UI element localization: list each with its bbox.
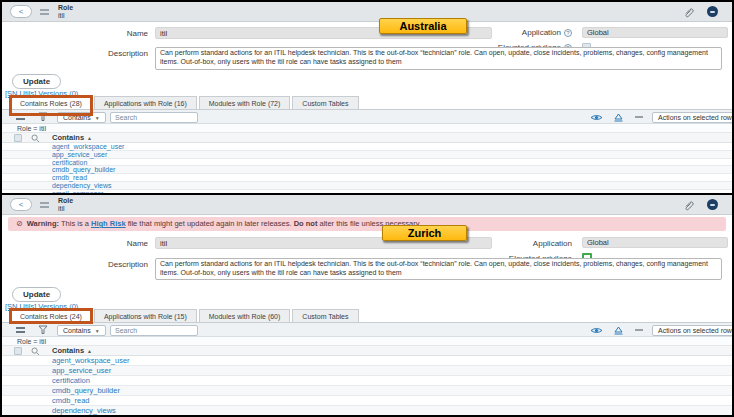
record-type: Role: [58, 197, 73, 205]
panel-zurich: < Role itil ⊘ Warning: This is a High Ri…: [2, 195, 732, 415]
description-label: Description: [2, 260, 148, 269]
back-button[interactable]: <: [10, 198, 32, 211]
tab-custom-tables[interactable]: Custom Tables: [292, 96, 358, 109]
sort-asc-icon: ▲: [87, 348, 92, 354]
context-menu-icon[interactable]: [40, 202, 49, 208]
list-item: agent_workspace_user: [2, 143, 732, 151]
role-link[interactable]: cmdb_query_builder: [52, 386, 120, 395]
search-field-value: Contains: [63, 114, 91, 121]
role-link[interactable]: certification: [52, 376, 90, 385]
form-header-bar: < Role itil: [2, 2, 732, 22]
list-item: certification: [2, 159, 732, 167]
tab-custom-tables[interactable]: Custom Tables: [292, 309, 358, 322]
application-field[interactable]: [582, 237, 728, 248]
description-field[interactable]: Can perform standard actions for an ITIL…: [155, 258, 722, 280]
description-field[interactable]: Can perform standard actions for an ITIL…: [155, 47, 722, 70]
search-field-dropdown[interactable]: Contains▼: [57, 112, 106, 123]
search-field-dropdown[interactable]: Contains▼: [57, 325, 106, 336]
list-header-row: Contains▲: [2, 346, 732, 356]
tab-applications-with-role[interactable]: Applications with Role (16): [94, 96, 197, 109]
role-link[interactable]: app_service_user: [52, 151, 107, 158]
collapse-list-icon[interactable]: [635, 116, 643, 118]
list-toolbar: Contains▼ Actions on selected row: [2, 323, 732, 337]
high-risk-link[interactable]: High Risk: [91, 219, 126, 228]
help-icon[interactable]: [707, 199, 718, 210]
role-link[interactable]: cmdb_read: [52, 174, 87, 181]
role-link[interactable]: email_composer: [52, 190, 103, 193]
breadcrumb[interactable]: Role = itil: [2, 124, 732, 133]
list-menu-icon[interactable]: [16, 327, 25, 333]
actions-on-selected-button[interactable]: Actions on selected row: [652, 112, 732, 123]
name-label: Name: [2, 239, 148, 248]
search-field-value: Contains: [63, 327, 91, 334]
export-icon[interactable]: [613, 326, 624, 335]
tab-applications-with-role[interactable]: Applications with Role (15): [94, 309, 197, 322]
record-title: Role itil: [58, 4, 73, 20]
attachment-icon[interactable]: [683, 200, 694, 211]
tab-modules-with-role[interactable]: Modules with Role (60): [199, 309, 291, 322]
warning-text: This is a: [61, 219, 89, 228]
column-header-contains[interactable]: Contains▲: [52, 133, 92, 143]
role-link[interactable]: dependency_views: [52, 406, 116, 415]
description-label: Description: [2, 49, 148, 58]
help-icon[interactable]: [707, 6, 718, 17]
select-all-checkbox[interactable]: [14, 134, 22, 142]
record-type: Role: [58, 4, 73, 12]
comparison-screenshot: < Role itil Australia Name Application ?…: [0, 0, 734, 417]
sort-asc-icon: ▲: [87, 135, 92, 141]
list-item: dependency_views: [2, 182, 732, 190]
update-button[interactable]: Update: [12, 74, 61, 89]
column-header-label: Contains: [52, 133, 84, 142]
filter-icon[interactable]: [38, 325, 48, 335]
warning-text: file that might get updated again in lat…: [128, 219, 292, 228]
preview-eye-icon[interactable]: [590, 113, 603, 122]
role-list: agent_workspace_user app_service_user ce…: [2, 356, 732, 415]
search-input[interactable]: [110, 112, 198, 123]
annotation-label-zurich: Zurich: [382, 225, 467, 241]
select-all-checkbox[interactable]: [14, 347, 22, 355]
role-link[interactable]: cmdb_read: [52, 396, 90, 405]
application-field[interactable]: [582, 27, 728, 38]
record-name: itil: [58, 12, 73, 20]
list-item: agent_workspace_user: [2, 356, 732, 366]
tab-label: Contains Roles (28): [20, 100, 82, 107]
list-header-row: Contains▲: [2, 133, 732, 143]
back-button[interactable]: <: [10, 5, 32, 18]
role-link[interactable]: certification: [52, 159, 87, 166]
warning-icon: ⊘: [16, 217, 23, 231]
info-icon[interactable]: ?: [564, 29, 572, 37]
attachment-icon[interactable]: [683, 7, 694, 18]
application-label: Application: [522, 28, 561, 37]
role-link[interactable]: cmdb_query_builder: [52, 166, 115, 173]
actions-on-selected-button[interactable]: Actions on selected row: [652, 325, 732, 336]
list-item: cmdb_query_builder: [2, 166, 732, 174]
tab-modules-with-role[interactable]: Modules with Role (72): [199, 96, 291, 109]
high-risk-warning-banner: ⊘ Warning: This is a High Risk file that…: [8, 217, 726, 231]
collapse-list-icon[interactable]: [635, 329, 643, 331]
preview-eye-icon[interactable]: [590, 326, 603, 335]
filter-icon[interactable]: [38, 112, 48, 122]
context-menu-icon[interactable]: [40, 9, 49, 15]
tab-strip: Contains Roles (28) Applications with Ro…: [2, 96, 732, 110]
record-title: Role itil: [58, 197, 73, 213]
export-icon[interactable]: [613, 113, 624, 122]
column-header-contains[interactable]: Contains▲: [52, 346, 92, 356]
list-toolbar: Contains▼ Actions on selected row: [2, 110, 732, 124]
tab-strip: Contains Roles (24) Applications with Ro…: [2, 309, 732, 323]
role-link[interactable]: app_service_user: [52, 366, 111, 375]
breadcrumb[interactable]: Role = itil: [2, 337, 732, 346]
panel-australia: < Role itil Australia Name Application ?…: [2, 2, 732, 193]
search-icon[interactable]: [31, 347, 40, 356]
list-menu-icon[interactable]: [16, 114, 25, 120]
list-item: app_service_user: [2, 366, 732, 376]
tab-contains-roles[interactable]: Contains Roles (24): [10, 309, 92, 322]
chevron-down-icon: ▼: [95, 115, 100, 121]
tab-contains-roles[interactable]: Contains Roles (28): [10, 96, 92, 109]
search-input[interactable]: [110, 325, 198, 336]
role-link[interactable]: agent_workspace_user: [52, 356, 130, 365]
column-header-label: Contains: [52, 346, 84, 355]
update-button[interactable]: Update: [12, 287, 61, 302]
role-link[interactable]: dependency_views: [52, 182, 112, 189]
role-link[interactable]: agent_workspace_user: [52, 143, 124, 150]
search-icon[interactable]: [31, 134, 40, 143]
